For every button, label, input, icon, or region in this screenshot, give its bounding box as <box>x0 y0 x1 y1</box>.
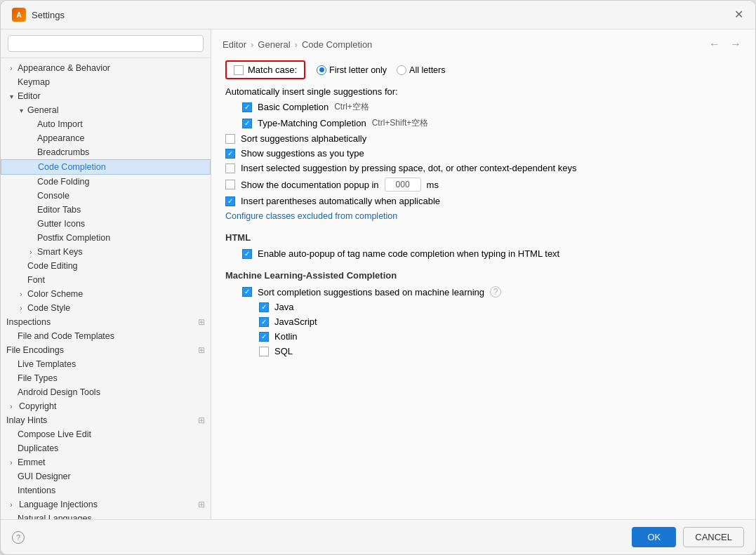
sidebar-item-label: Smart Keys <box>37 247 83 257</box>
java-row: Java <box>259 302 741 312</box>
type-matching-row: Type-Matching Completion Ctrl+Shift+空格 <box>242 117 741 129</box>
sidebar-item-compose-live-edit[interactable]: Compose Live Edit <box>1 427 211 441</box>
match-case-checkbox[interactable] <box>234 65 244 75</box>
sidebar-item-label: Live Templates <box>18 359 76 369</box>
sidebar-tree: › Appearance & Behavior Keymap ▾ Editor … <box>1 58 211 519</box>
sidebar-item-smart-keys[interactable]: › Smart Keys <box>1 245 211 259</box>
insert-selected-checkbox[interactable] <box>225 163 235 173</box>
window-title: Settings <box>32 10 65 20</box>
insert-parens-checkbox[interactable] <box>225 196 235 206</box>
help-icon[interactable]: ? <box>12 531 25 544</box>
sidebar-item-code-folding[interactable]: Code Folding <box>1 175 211 189</box>
sidebar-item-code-completion[interactable]: Code Completion <box>1 159 211 175</box>
sidebar-item-color-scheme[interactable]: › Color Scheme <box>1 287 211 301</box>
show-doc-popup-checkbox[interactable] <box>225 180 235 189</box>
sidebar-item-appearance-behavior[interactable]: › Appearance & Behavior <box>1 61 211 75</box>
sidebar-item-android-design-tools[interactable]: Android Design Tools <box>1 385 211 399</box>
sort-ml-checkbox[interactable] <box>242 287 252 297</box>
sidebar-item-label: File Encodings <box>6 345 64 355</box>
chevron-right-icon: › <box>6 63 16 73</box>
enable-auto-popup-label: Enable auto-popup of tag name code compl… <box>258 248 559 259</box>
sidebar-item-label: Font <box>27 275 45 285</box>
ok-button[interactable]: OK <box>632 527 676 547</box>
auto-insert-label: Automatically insert single suggestions … <box>225 86 398 97</box>
doc-popup-unit: ms <box>427 180 439 190</box>
dialog-body: 🔍 › Appearance & Behavior Keymap ▾ <box>1 29 755 519</box>
sidebar-item-inspections[interactable]: Inspections ⊞ <box>1 315 211 329</box>
sidebar-item-breadcrumbs[interactable]: Breadcrumbs <box>1 145 211 159</box>
sql-checkbox[interactable] <box>259 347 269 356</box>
show-as-you-type-label: Show suggestions as you type <box>241 148 364 159</box>
title-bar: A Settings ✕ <box>1 1 755 29</box>
sidebar-item-label: Appearance & Behavior <box>18 63 110 73</box>
sidebar-item-duplicates[interactable]: Duplicates <box>1 441 211 455</box>
kotlin-checkbox[interactable] <box>259 332 269 342</box>
breadcrumb-code-completion: Code Completion <box>302 39 372 50</box>
sidebar-item-code-style[interactable]: › Code Style <box>1 301 211 315</box>
sidebar-item-label: Keymap <box>18 77 50 87</box>
sidebar-item-label: Breadcrumbs <box>37 147 89 157</box>
sidebar-item-label: Code Completion <box>38 162 106 172</box>
buttons-group: OK CANCEL <box>632 527 744 547</box>
sidebar-item-editor[interactable]: ▾ Editor <box>1 89 211 103</box>
back-button[interactable]: ← <box>706 36 723 52</box>
basic-completion-checkbox[interactable] <box>242 102 252 112</box>
cancel-button[interactable]: CANCEL <box>683 527 744 547</box>
search-input[interactable] <box>8 35 204 52</box>
search-box: 🔍 <box>1 29 211 58</box>
sidebar-item-intentions[interactable]: Intentions <box>1 483 211 497</box>
sidebar-item-postfix-completion[interactable]: Postfix Completion <box>1 231 211 245</box>
sidebar-item-file-encodings[interactable]: File Encodings ⊞ <box>1 343 211 357</box>
enable-auto-popup-checkbox[interactable] <box>242 249 252 259</box>
ml-help-icon[interactable]: ? <box>490 286 501 297</box>
sidebar-item-label: Color Scheme <box>27 289 83 299</box>
sidebar-item-font[interactable]: Font <box>1 273 211 287</box>
radio-all-letters[interactable]: All letters <box>397 65 445 75</box>
chevron-right-icon: › <box>16 303 26 313</box>
javascript-label: JavaScript <box>274 316 317 327</box>
sidebar-item-file-types[interactable]: File Types <box>1 371 211 385</box>
settings-icon: ⊞ <box>198 317 205 327</box>
radio-all-letters-btn[interactable] <box>397 65 406 75</box>
match-case-label: Match case: <box>248 65 297 75</box>
radio-first-letter-btn[interactable] <box>317 65 326 75</box>
breadcrumb-general: General <box>258 39 290 50</box>
sidebar-item-gutter-icons[interactable]: Gutter Icons <box>1 217 211 231</box>
sidebar-item-copyright[interactable]: › Copyright <box>1 399 211 413</box>
type-matching-checkbox[interactable] <box>242 119 252 128</box>
insert-parens-row: Insert parentheses automatically when ap… <box>225 196 741 206</box>
sidebar-item-auto-import[interactable]: Auto Import <box>1 117 211 131</box>
sidebar-item-console[interactable]: Console <box>1 189 211 203</box>
sidebar-item-appearance[interactable]: Appearance <box>1 131 211 145</box>
sidebar-item-general[interactable]: ▾ General <box>1 103 211 117</box>
sidebar-item-keymap[interactable]: Keymap <box>1 75 211 89</box>
forward-button[interactable]: → <box>727 36 744 52</box>
sidebar-item-editor-tabs[interactable]: Editor Tabs <box>1 203 211 217</box>
type-matching-shortcut: Ctrl+Shift+空格 <box>372 117 429 129</box>
sidebar-item-label: Intentions <box>18 486 55 495</box>
sidebar-item-natural-languages[interactable]: Natural Languages <box>1 511 211 519</box>
sort-alphabetically-checkbox[interactable] <box>225 134 235 144</box>
sidebar-item-file-code-templates[interactable]: File and Code Templates <box>1 329 211 343</box>
sidebar-item-label: Console <box>37 191 69 201</box>
sidebar-item-emmet[interactable]: › Emmet <box>1 455 211 469</box>
breadcrumb-bar: Editor › General › Code Completion ← → <box>211 29 755 56</box>
sidebar-item-live-templates[interactable]: Live Templates <box>1 357 211 371</box>
content-panel: Editor › General › Code Completion ← → 取… <box>211 29 755 519</box>
breadcrumb-editor: Editor <box>223 39 246 50</box>
javascript-row: JavaScript <box>259 316 741 327</box>
sidebar-item-inlay-hints[interactable]: Inlay Hints ⊞ <box>1 413 211 427</box>
doc-popup-ms-input[interactable] <box>385 178 421 192</box>
sidebar-item-label: General <box>27 105 58 115</box>
java-checkbox[interactable] <box>259 302 269 312</box>
show-as-you-type-checkbox[interactable] <box>225 149 235 159</box>
radio-first-letter[interactable]: First letter only <box>317 65 387 75</box>
sidebar-item-language-injections[interactable]: › Language Injections ⊞ <box>1 497 211 511</box>
close-button[interactable]: ✕ <box>733 9 744 20</box>
sidebar-item-label: Editor <box>18 91 41 101</box>
javascript-checkbox[interactable] <box>259 317 269 327</box>
sidebar-item-gui-designer[interactable]: GUI Designer <box>1 469 211 483</box>
sidebar-item-code-editing[interactable]: Code Editing <box>1 259 211 273</box>
configure-link[interactable]: Configure classes excluded from completi… <box>225 211 397 221</box>
sidebar-item-label: Editor Tabs <box>37 205 81 215</box>
